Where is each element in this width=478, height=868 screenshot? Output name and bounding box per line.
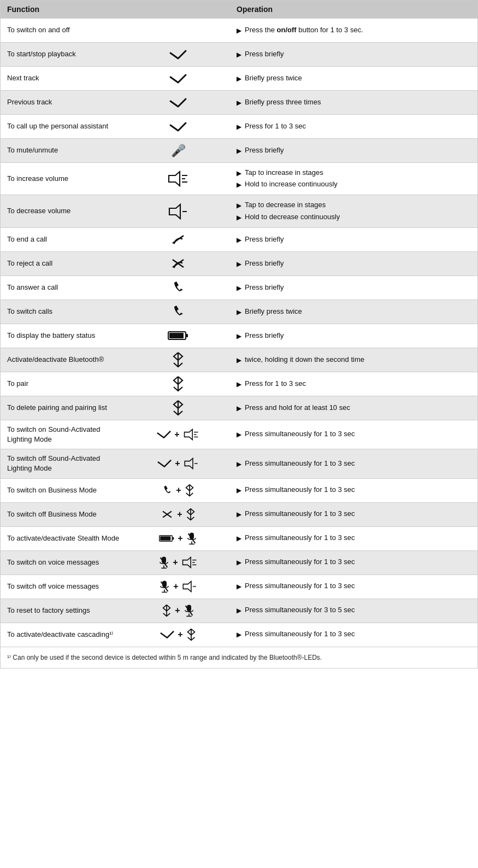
- icon-cell: +: [126, 578, 230, 595]
- table-row: To end a call▶Press briefly: [1, 227, 477, 251]
- operation-cell: ▶Press the on/off button for 1 to 3 sec.: [230, 20, 477, 40]
- svg-marker-4: [169, 204, 180, 219]
- operation-cell: ▶Press simultaneously for 3 to 5 sec: [230, 600, 477, 620]
- operation-text: Press for 1 to 3 sec: [245, 121, 306, 132]
- operation-cell: ▶Press briefly: [230, 140, 477, 161]
- function-cell: To switch on voice messages: [1, 553, 126, 572]
- table-body: To switch on and off▶Press the on/off bu…: [1, 18, 477, 647]
- operation-line: ▶Tap to increase in stages: [237, 167, 471, 179]
- operation-line: ▶Press for 1 to 3 sec: [237, 378, 471, 390]
- icon-cell: [126, 119, 230, 135]
- function-cell: Activate/deactivate Bluetooth®: [1, 350, 126, 369]
- table-row: To switch on Sound-Activated Lighting Mo…: [1, 420, 477, 449]
- operation-line: ▶Press simultaneously for 1 to 3 sec: [237, 429, 471, 440]
- operation-text: Briefly press three times: [245, 97, 321, 108]
- operation-cell: ▶Press simultaneously for 1 to 3 sec: [230, 528, 477, 548]
- icon-cell: 🎤: [126, 142, 230, 160]
- icon-cell: [126, 229, 230, 250]
- function-cell: To delete pairing and pairing list: [1, 398, 126, 417]
- function-cell: To switch on Business Mode: [1, 481, 126, 500]
- arrow-icon: ▶: [237, 533, 241, 544]
- operation-text: Press the on/off button for 1 to 3 sec.: [245, 25, 363, 36]
- svg-rect-24: [161, 536, 171, 540]
- function-cell: To call up the personal assistant: [1, 117, 126, 136]
- table-row: To reject a call▶Press briefly: [1, 251, 477, 275]
- operation-text: Press briefly: [245, 258, 284, 269]
- table-header: Function Operation: [1, 1, 477, 18]
- arrow-icon: ▶: [237, 180, 241, 190]
- main-table: Function Operation To switch on and off▶…: [0, 0, 478, 668]
- icon-cell: +: [126, 626, 230, 643]
- operation-line: ▶Press briefly: [237, 258, 471, 269]
- header-operation-label: Operation: [237, 5, 471, 14]
- arrow-icon: ▶: [237, 307, 241, 318]
- arrow-icon: ▶: [237, 146, 241, 156]
- table-row: To activate/deactivate cascading¹⁾+▶Pres…: [1, 623, 477, 647]
- function-cell: To switch off Business Mode: [1, 505, 126, 524]
- arrow-icon: ▶: [237, 485, 241, 496]
- function-cell: To start/stop playback: [1, 45, 126, 63]
- icon-cell: +: [126, 482, 230, 499]
- operation-cell: ▶Press briefly: [230, 254, 477, 274]
- function-cell: To switch calls: [1, 302, 126, 321]
- table-row: Activate/deactivate Bluetooth®▶twice, ho…: [1, 348, 477, 372]
- icon-cell: [126, 46, 230, 63]
- function-cell: To activate/deactivate cascading¹⁾: [1, 625, 126, 644]
- operation-cell: ▶Press briefly: [230, 326, 477, 346]
- operation-cell: ▶Press simultaneously for 1 to 3 sec: [230, 552, 477, 572]
- operation-line: ▶Press the on/off button for 1 to 3 sec.: [237, 25, 471, 36]
- arrow-icon: ▶: [237, 235, 241, 245]
- operation-text: Press and hold for at least 10 sec: [245, 402, 350, 414]
- svg-marker-0: [169, 172, 180, 186]
- icon-cell: [126, 328, 230, 343]
- table-row: To mute/unmute🎤▶Press briefly: [1, 138, 477, 162]
- operation-text: Hold to increase continuously: [245, 179, 338, 190]
- operation-line: ▶twice, holding it down the second time: [237, 354, 471, 366]
- operation-text: Tap to increase in stages: [245, 167, 323, 179]
- arrow-icon: ▶: [237, 582, 241, 592]
- operation-text: Press simultaneously for 1 to 3 sec: [245, 556, 355, 568]
- operation-line: ▶Press simultaneously for 1 to 3 sec: [237, 508, 471, 520]
- table-row: To call up the personal assistant▶Press …: [1, 114, 477, 138]
- operation-cell: ▶Press simultaneously for 1 to 3 sec: [230, 576, 477, 596]
- function-cell: To answer a call: [1, 278, 126, 297]
- icon-cell: +: [126, 602, 230, 619]
- arrow-icon: ▶: [237, 558, 241, 568]
- icon-cell: [126, 201, 230, 222]
- operation-line: ▶Press simultaneously for 1 to 3 sec: [237, 458, 471, 470]
- function-cell: To display the battery status: [1, 326, 126, 345]
- arrow-icon: ▶: [237, 122, 241, 132]
- operation-text: Hold to decrease continuously: [245, 212, 340, 223]
- operation-text: Press briefly: [245, 49, 284, 60]
- table-row: To start/stop playback▶Press briefly: [1, 42, 477, 66]
- svg-marker-13: [184, 429, 192, 439]
- operation-cell: ▶Briefly press twice: [230, 302, 477, 322]
- operation-text: Press simultaneously for 3 to 5 sec: [245, 605, 355, 616]
- operation-line: ▶Press briefly: [237, 330, 471, 342]
- svg-rect-8: [186, 334, 188, 337]
- operation-line: ▶Hold to increase continuously: [237, 179, 471, 190]
- operation-cell: ▶Press briefly: [230, 278, 477, 298]
- function-cell: To switch on Sound-Activated Lighting Mo…: [1, 420, 126, 449]
- svg-marker-41: [183, 581, 191, 591]
- table-row: To decrease volume▶Tap to decrease in st…: [1, 195, 477, 227]
- operation-text: Press simultaneously for 1 to 3 sec: [245, 508, 355, 520]
- operation-line: ▶Press simultaneously for 1 to 3 sec: [237, 484, 471, 496]
- arrow-icon: ▶: [237, 509, 241, 520]
- operation-text: Press briefly: [245, 145, 284, 156]
- icon-cell: [126, 397, 230, 418]
- operation-line: ▶Press simultaneously for 1 to 3 sec: [237, 532, 471, 544]
- svg-rect-23: [173, 537, 174, 539]
- operation-text: Press briefly: [245, 234, 284, 245]
- operation-text: Press simultaneously for 1 to 3 sec: [245, 458, 355, 470]
- operation-text: Briefly press twice: [245, 306, 302, 318]
- svg-marker-33: [182, 557, 191, 567]
- table-row: To activate/deactivate Stealth Mode+▶Pre…: [1, 526, 477, 550]
- svg-marker-17: [185, 459, 193, 469]
- operation-line: ▶Hold to decrease continuously: [237, 212, 471, 223]
- operation-line: ▶Press for 1 to 3 sec: [237, 121, 471, 132]
- arrow-icon: ▶: [237, 355, 241, 366]
- table-row: To switch on Business Mode+▶Press simult…: [1, 478, 477, 502]
- footnote: ¹⁾ Can only be used if the second device…: [1, 647, 477, 668]
- icon-cell: [126, 373, 230, 394]
